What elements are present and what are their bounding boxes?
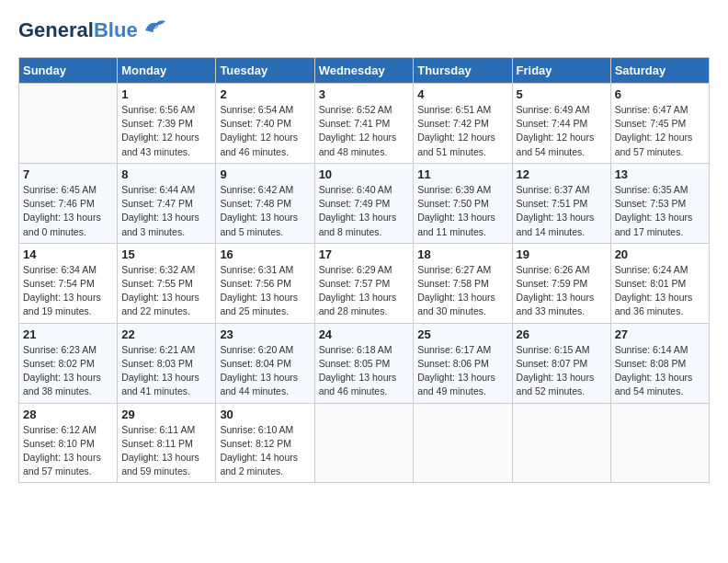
day-number: 6 bbox=[615, 87, 705, 101]
calendar-week-5: 28Sunrise: 6:12 AM Sunset: 8:10 PM Dayli… bbox=[19, 403, 710, 483]
day-info: Sunrise: 6:39 AM Sunset: 7:50 PM Dayligh… bbox=[417, 183, 507, 239]
day-info: Sunrise: 6:37 AM Sunset: 7:51 PM Dayligh… bbox=[517, 183, 607, 239]
day-info: Sunrise: 6:12 AM Sunset: 8:10 PM Dayligh… bbox=[23, 423, 113, 479]
calendar-week-4: 21Sunrise: 6:23 AM Sunset: 8:02 PM Dayli… bbox=[19, 323, 710, 403]
day-number: 13 bbox=[615, 167, 705, 181]
day-number: 10 bbox=[319, 167, 410, 181]
calendar-cell: 4Sunrise: 6:51 AM Sunset: 7:42 PM Daylig… bbox=[414, 84, 512, 164]
day-number: 24 bbox=[319, 327, 410, 341]
calendar-cell: 30Sunrise: 6:10 AM Sunset: 8:12 PM Dayli… bbox=[216, 403, 314, 483]
day-info: Sunrise: 6:31 AM Sunset: 7:56 PM Dayligh… bbox=[220, 263, 310, 319]
calendar-cell: 10Sunrise: 6:40 AM Sunset: 7:49 PM Dayli… bbox=[314, 163, 414, 243]
day-info: Sunrise: 6:23 AM Sunset: 8:02 PM Dayligh… bbox=[23, 343, 113, 399]
calendar-cell: 2Sunrise: 6:54 AM Sunset: 7:40 PM Daylig… bbox=[216, 84, 314, 164]
calendar-week-2: 7Sunrise: 6:45 AM Sunset: 7:46 PM Daylig… bbox=[19, 163, 710, 243]
day-info: Sunrise: 6:35 AM Sunset: 7:53 PM Dayligh… bbox=[615, 183, 705, 239]
day-header-thursday: Thursday bbox=[414, 58, 512, 84]
day-number: 21 bbox=[23, 327, 113, 341]
day-number: 14 bbox=[23, 247, 113, 261]
calendar-cell: 13Sunrise: 6:35 AM Sunset: 7:53 PM Dayli… bbox=[610, 163, 709, 243]
calendar-week-3: 14Sunrise: 6:34 AM Sunset: 7:54 PM Dayli… bbox=[19, 243, 710, 323]
day-info: Sunrise: 6:32 AM Sunset: 7:55 PM Dayligh… bbox=[121, 263, 211, 319]
day-header-saturday: Saturday bbox=[610, 58, 709, 84]
day-header-tuesday: Tuesday bbox=[216, 58, 314, 84]
calendar-cell: 19Sunrise: 6:26 AM Sunset: 7:59 PM Dayli… bbox=[512, 243, 610, 323]
day-number: 22 bbox=[121, 327, 211, 341]
calendar-cell bbox=[512, 403, 610, 483]
day-info: Sunrise: 6:54 AM Sunset: 7:40 PM Dayligh… bbox=[220, 103, 310, 159]
calendar-cell: 25Sunrise: 6:17 AM Sunset: 8:06 PM Dayli… bbox=[414, 323, 512, 403]
calendar-cell: 24Sunrise: 6:18 AM Sunset: 8:05 PM Dayli… bbox=[314, 323, 414, 403]
calendar-cell: 5Sunrise: 6:49 AM Sunset: 7:44 PM Daylig… bbox=[512, 84, 610, 164]
day-info: Sunrise: 6:21 AM Sunset: 8:03 PM Dayligh… bbox=[121, 343, 211, 399]
day-number: 19 bbox=[517, 247, 607, 261]
calendar-week-1: 1Sunrise: 6:56 AM Sunset: 7:39 PM Daylig… bbox=[19, 84, 710, 164]
calendar-cell: 7Sunrise: 6:45 AM Sunset: 7:46 PM Daylig… bbox=[19, 163, 118, 243]
calendar-cell: 11Sunrise: 6:39 AM Sunset: 7:50 PM Dayli… bbox=[414, 163, 512, 243]
day-number: 17 bbox=[319, 247, 410, 261]
day-number: 9 bbox=[220, 167, 310, 181]
calendar-cell: 21Sunrise: 6:23 AM Sunset: 8:02 PM Dayli… bbox=[19, 323, 118, 403]
day-info: Sunrise: 6:56 AM Sunset: 7:39 PM Dayligh… bbox=[121, 103, 211, 159]
day-number: 1 bbox=[121, 87, 211, 101]
calendar-cell bbox=[414, 403, 512, 483]
day-number: 29 bbox=[121, 408, 211, 421]
calendar-cell: 23Sunrise: 6:20 AM Sunset: 8:04 PM Dayli… bbox=[216, 323, 314, 403]
logo-text: GeneralBlue bbox=[18, 18, 138, 42]
day-number: 23 bbox=[220, 327, 310, 341]
day-info: Sunrise: 6:42 AM Sunset: 7:48 PM Dayligh… bbox=[220, 183, 310, 239]
calendar-cell: 14Sunrise: 6:34 AM Sunset: 7:54 PM Dayli… bbox=[19, 243, 118, 323]
day-header-monday: Monday bbox=[118, 58, 216, 84]
calendar-body: 1Sunrise: 6:56 AM Sunset: 7:39 PM Daylig… bbox=[19, 84, 710, 483]
calendar-cell: 20Sunrise: 6:24 AM Sunset: 8:01 PM Dayli… bbox=[610, 243, 709, 323]
calendar-cell: 22Sunrise: 6:21 AM Sunset: 8:03 PM Dayli… bbox=[118, 323, 216, 403]
calendar-cell bbox=[610, 403, 709, 483]
day-info: Sunrise: 6:49 AM Sunset: 7:44 PM Dayligh… bbox=[517, 103, 607, 159]
day-info: Sunrise: 6:29 AM Sunset: 7:57 PM Dayligh… bbox=[319, 263, 410, 319]
day-info: Sunrise: 6:40 AM Sunset: 7:49 PM Dayligh… bbox=[319, 183, 410, 239]
day-info: Sunrise: 6:15 AM Sunset: 8:07 PM Dayligh… bbox=[517, 343, 607, 399]
calendar-cell: 3Sunrise: 6:52 AM Sunset: 7:41 PM Daylig… bbox=[314, 84, 414, 164]
day-number: 11 bbox=[417, 167, 507, 181]
day-number: 28 bbox=[23, 408, 113, 421]
calendar-cell: 12Sunrise: 6:37 AM Sunset: 7:51 PM Dayli… bbox=[512, 163, 610, 243]
day-info: Sunrise: 6:34 AM Sunset: 7:54 PM Dayligh… bbox=[23, 263, 113, 319]
day-info: Sunrise: 6:52 AM Sunset: 7:41 PM Dayligh… bbox=[319, 103, 410, 159]
calendar-header-row: SundayMondayTuesdayWednesdayThursdayFrid… bbox=[19, 58, 710, 84]
calendar-cell: 29Sunrise: 6:11 AM Sunset: 8:11 PM Dayli… bbox=[118, 403, 216, 483]
day-header-wednesday: Wednesday bbox=[314, 58, 414, 84]
logo: GeneralBlue bbox=[18, 18, 167, 42]
day-number: 20 bbox=[615, 247, 705, 261]
logo-bird-icon bbox=[142, 17, 167, 38]
day-number: 25 bbox=[417, 327, 507, 341]
day-info: Sunrise: 6:51 AM Sunset: 7:42 PM Dayligh… bbox=[417, 103, 507, 159]
day-number: 8 bbox=[121, 167, 211, 181]
day-info: Sunrise: 6:44 AM Sunset: 7:47 PM Dayligh… bbox=[121, 183, 211, 239]
day-number: 7 bbox=[23, 167, 113, 181]
day-info: Sunrise: 6:45 AM Sunset: 7:46 PM Dayligh… bbox=[23, 183, 113, 239]
calendar-cell bbox=[19, 84, 118, 164]
calendar-cell: 6Sunrise: 6:47 AM Sunset: 7:45 PM Daylig… bbox=[610, 84, 709, 164]
calendar-cell: 18Sunrise: 6:27 AM Sunset: 7:58 PM Dayli… bbox=[414, 243, 512, 323]
day-number: 12 bbox=[517, 167, 607, 181]
calendar-cell bbox=[314, 403, 414, 483]
day-info: Sunrise: 6:27 AM Sunset: 7:58 PM Dayligh… bbox=[417, 263, 507, 319]
day-number: 16 bbox=[220, 247, 310, 261]
day-number: 30 bbox=[220, 408, 310, 421]
day-number: 26 bbox=[517, 327, 607, 341]
day-number: 27 bbox=[615, 327, 705, 341]
day-info: Sunrise: 6:11 AM Sunset: 8:11 PM Dayligh… bbox=[121, 423, 211, 479]
day-info: Sunrise: 6:20 AM Sunset: 8:04 PM Dayligh… bbox=[220, 343, 310, 399]
calendar-cell: 26Sunrise: 6:15 AM Sunset: 8:07 PM Dayli… bbox=[512, 323, 610, 403]
day-info: Sunrise: 6:14 AM Sunset: 8:08 PM Dayligh… bbox=[615, 343, 705, 399]
calendar-cell: 9Sunrise: 6:42 AM Sunset: 7:48 PM Daylig… bbox=[216, 163, 314, 243]
day-number: 2 bbox=[220, 87, 310, 101]
day-info: Sunrise: 6:26 AM Sunset: 7:59 PM Dayligh… bbox=[517, 263, 607, 319]
day-number: 3 bbox=[319, 87, 410, 101]
calendar-cell: 27Sunrise: 6:14 AM Sunset: 8:08 PM Dayli… bbox=[610, 323, 709, 403]
calendar-cell: 28Sunrise: 6:12 AM Sunset: 8:10 PM Dayli… bbox=[19, 403, 118, 483]
day-info: Sunrise: 6:24 AM Sunset: 8:01 PM Dayligh… bbox=[615, 263, 705, 319]
calendar-cell: 1Sunrise: 6:56 AM Sunset: 7:39 PM Daylig… bbox=[118, 84, 216, 164]
calendar-cell: 8Sunrise: 6:44 AM Sunset: 7:47 PM Daylig… bbox=[118, 163, 216, 243]
day-header-sunday: Sunday bbox=[19, 58, 118, 84]
